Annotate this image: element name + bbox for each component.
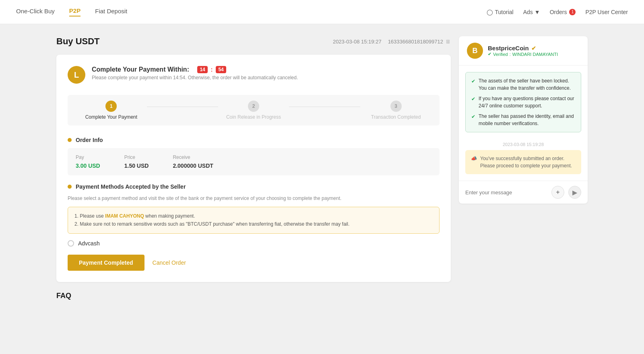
check-icon-seller: ✔	[488, 51, 491, 57]
seller-verified-text: ✔ Verified : WINDARI DAMAYANTI	[488, 51, 558, 57]
order-price-col: Price 1.50 USD	[124, 154, 149, 169]
order-pay-col: Pay 3.00 USD	[76, 154, 100, 169]
order-info-header: Order Info	[68, 137, 440, 143]
page-title: Buy USDT	[56, 36, 100, 47]
nav-p2p-user-center[interactable]: P2P User Center	[585, 9, 628, 15]
price-value: 1.50 USD	[124, 163, 149, 169]
seller-header: B BestpriceCoin ✔ ✔ Verified : WINDARI D…	[459, 36, 588, 66]
check-icon-1: ✔	[471, 78, 475, 85]
step-3-circle: 3	[390, 101, 402, 112]
timer-minutes: 14	[197, 66, 207, 73]
payment-header: L Complete Your Payment Within: 14 : 54 …	[68, 66, 440, 84]
pm-title: Payment Methods Accepted by the Seller	[76, 183, 186, 190]
step-line-1	[147, 107, 218, 107]
left-panel: Buy USDT 2023-03-08 15:19:27 16333668018…	[56, 36, 451, 300]
step-line-2	[289, 107, 360, 107]
nav-left: One-Click Buy P2P Fiat Deposit	[16, 7, 127, 16]
faq-section: FAQ	[56, 292, 451, 300]
pm-notice: 1. Please use IMAM CAHYONQ when making p…	[68, 207, 440, 234]
pm-subtitle: Please select a payment method and visit…	[68, 195, 440, 202]
timer-colon: :	[211, 66, 213, 73]
check-icon-2: ✔	[471, 95, 475, 103]
pm-notice-line2: 2. Make sure not to remark sensitive wor…	[74, 220, 433, 228]
chat-send-button[interactable]: ▶	[568, 186, 581, 199]
receive-label: Receive	[173, 154, 213, 160]
receive-value: 2.000000 USDT	[173, 163, 213, 169]
dot-icon-pm	[68, 185, 72, 189]
order-meta: 2023-03-08 15:19:27 1633366801818099712 …	[333, 39, 451, 45]
pm-notice-line1: 1. Please use IMAM CAHYONQ when making p…	[74, 212, 433, 220]
cancel-order-button[interactable]: Cancel Order	[153, 259, 186, 266]
orders-badge: 1	[569, 9, 576, 15]
navbar: One-Click Buy P2P Fiat Deposit ◯ Tutoria…	[0, 0, 644, 24]
pm-name-highlight: IMAM CAHYONQ	[105, 213, 144, 219]
chat-card: B BestpriceCoin ✔ ✔ Verified : WINDARI D…	[459, 36, 588, 204]
info-item-2: ✔ If you have any questions please conta…	[471, 95, 575, 109]
pay-label: Pay	[76, 154, 100, 160]
step-1: 1 Complete Your Payment	[76, 101, 147, 120]
nav-p2p[interactable]: P2P	[69, 7, 80, 16]
info-item-1: ✔ The assets of the seller have been loc…	[471, 77, 575, 92]
payment-methods-section: Payment Methods Accepted by the Seller P…	[68, 183, 440, 247]
chat-input-area: + ▶	[459, 181, 588, 204]
step-2-label: Coin Release in Progress	[226, 114, 281, 120]
nav-fiat-deposit[interactable]: Fiat Deposit	[95, 8, 127, 16]
faq-title: FAQ	[56, 292, 451, 300]
order-receive-col: Receive 2.000000 USDT	[173, 154, 213, 169]
payment-completed-button[interactable]: Payment Completed	[68, 255, 144, 271]
steps-container: 1 Complete Your Payment 2 Coin Release i…	[68, 95, 440, 126]
chevron-down-icon: ▼	[535, 9, 540, 15]
advcash-label: Advcash	[78, 240, 100, 247]
chat-add-button[interactable]: +	[551, 186, 564, 199]
action-buttons: Payment Completed Cancel Order	[68, 255, 440, 271]
order-info-table: Pay 3.00 USD Price 1.50 USD Receive 2.00…	[68, 148, 440, 175]
nav-one-click-buy[interactable]: One-Click Buy	[16, 8, 55, 16]
nav-orders[interactable]: Orders 1	[550, 9, 576, 15]
info-item-3: ✔ The seller has passed the identity, em…	[471, 113, 575, 127]
advcash-radio[interactable]	[68, 240, 74, 247]
main-card: L Complete Your Payment Within: 14 : 54 …	[56, 55, 451, 282]
copy-icon[interactable]: 🗏	[446, 39, 451, 45]
step-3-label: Transaction Completed	[371, 114, 421, 120]
nav-right: ◯ Tutorial Ads ▼ Orders 1 P2P User Cente…	[487, 9, 628, 15]
order-timestamp: 2023-03-08 15:19:27	[333, 39, 382, 45]
chat-timestamp: 2023-03-08 15:19:28	[459, 139, 588, 150]
payment-title-area: Complete Your Payment Within: 14 : 54 Pl…	[92, 66, 298, 80]
page-header: Buy USDT 2023-03-08 15:19:27 16333668018…	[56, 36, 451, 47]
main-content: Buy USDT 2023-03-08 15:19:27 16333668018…	[40, 24, 604, 312]
payment-subtitle: Please complete your payment within 14:5…	[92, 75, 298, 80]
price-label: Price	[124, 154, 149, 160]
chat-message: 📣 You've successfully submitted an order…	[465, 150, 581, 174]
pay-value: 3.00 USD	[76, 163, 100, 169]
order-info-title: Order Info	[76, 137, 103, 143]
verified-badge-icon: ✔	[531, 45, 536, 51]
timer-seconds: 54	[216, 66, 226, 73]
step-1-label: Complete Your Payment	[85, 114, 137, 120]
payment-heading: Complete Your Payment Within: 14 : 54	[92, 66, 298, 73]
circle-question-icon: ◯	[487, 9, 493, 15]
nav-ads[interactable]: Ads ▼	[523, 9, 540, 15]
seller-avatar: B	[467, 43, 483, 59]
check-icon-3: ✔	[471, 113, 475, 120]
pm-option-advcash[interactable]: Advcash	[68, 240, 440, 247]
seller-info-box: ✔ The assets of the seller have been loc…	[465, 72, 581, 132]
nav-tutorial[interactable]: ◯ Tutorial	[487, 9, 513, 15]
chat-message-input[interactable]	[465, 189, 547, 196]
pm-header: Payment Methods Accepted by the Seller	[68, 183, 440, 190]
seller-info: BestpriceCoin ✔ ✔ Verified : WINDARI DAM…	[488, 45, 558, 57]
order-id: 1633366801818099712 🗏	[388, 39, 451, 45]
seller-name: BestpriceCoin ✔	[488, 45, 558, 51]
right-panel: B BestpriceCoin ✔ ✔ Verified : WINDARI D…	[459, 36, 588, 300]
dot-icon-order	[68, 138, 72, 142]
step-1-circle: 1	[105, 101, 117, 112]
step-2: 2 Coin Release in Progress	[218, 101, 289, 120]
megaphone-icon: 📣	[471, 155, 477, 162]
step-3: 3 Transaction Completed	[360, 101, 431, 120]
user-avatar: L	[68, 66, 85, 84]
step-2-circle: 2	[248, 101, 259, 112]
